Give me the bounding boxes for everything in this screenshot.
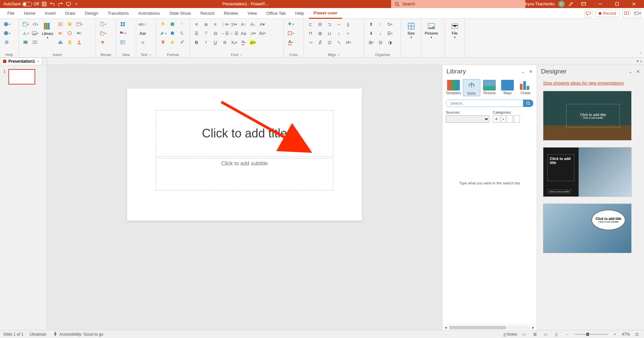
align-left-icon[interactable]: ≡ (193, 20, 201, 28)
reuse-paste-icon[interactable]: ▾ (99, 20, 107, 28)
format-tool1-icon[interactable] (168, 20, 176, 28)
tab-insert[interactable]: Insert (40, 8, 61, 19)
view-table-icon[interactable] (119, 38, 127, 46)
library-close-icon[interactable]: ✕ (529, 69, 533, 74)
align-center-icon[interactable]: ≣ (202, 20, 210, 28)
zoom-in-icon[interactable]: + (611, 331, 619, 337)
designer-idea-2[interactable]: Click to add title Click to add subtitle (543, 147, 632, 197)
font-launcher-icon[interactable]: ⤢ (240, 53, 243, 57)
bold-button[interactable]: B (193, 38, 201, 46)
tab-slideshow[interactable]: Slide Show (164, 8, 196, 19)
category-opt1-button[interactable] (507, 115, 513, 123)
slide[interactable]: Click to add title Click to add subtitle (127, 89, 362, 221)
lib-tab-charts[interactable]: Charts (517, 79, 534, 96)
font-shrink-icon[interactable]: A↓ (249, 20, 257, 28)
category-dropdown-icon[interactable]: ▾ (501, 115, 506, 123)
align-justify-icon[interactable]: ☰ (193, 29, 201, 37)
highlight-color-icon[interactable]: ab▾ (249, 38, 257, 46)
insert-table-icon[interactable] (56, 20, 64, 28)
selection-pane-icon[interactable]: ☰▾ (386, 29, 394, 37)
insert-progress-icon[interactable] (75, 29, 83, 37)
settings-icon[interactable] (3, 38, 11, 46)
ribbon-display-icon[interactable] (577, 0, 590, 8)
reading-view-icon[interactable]: ▭ (542, 331, 549, 337)
library-scrollbar[interactable]: ◀ ▶ (442, 325, 537, 330)
strikethrough-button[interactable]: S (221, 38, 229, 46)
insert-calendar-icon[interactable]: ▾ (75, 20, 83, 28)
scroll-left-icon[interactable]: ◀ (444, 326, 447, 329)
pictures-button[interactable]: Pictures▾ (424, 20, 439, 40)
bullets-icon[interactable]: ⋮≡▾ (221, 20, 229, 28)
align-obj-middle-icon[interactable]: ⊞ (316, 29, 324, 37)
text-check-icon[interactable]: abc✓ (139, 20, 147, 28)
tab-officetab[interactable]: Office Tab (262, 8, 290, 19)
numbering-icon[interactable]: 1≡▾ (230, 20, 238, 28)
insert-shapes-icon[interactable] (56, 29, 64, 37)
user-avatar[interactable]: IT (558, 1, 565, 7)
new-tab-button[interactable] (42, 58, 48, 65)
line-spacing-icon[interactable]: ↕≡▾ (249, 29, 257, 37)
italic-button[interactable]: I (202, 38, 210, 46)
rotate-icon[interactable]: ↻▾ (386, 20, 394, 28)
tab-transitions[interactable]: Transitions (103, 8, 133, 19)
lib-tab-templates[interactable]: Templates (445, 79, 462, 96)
group-icon[interactable]: ⊞▾ (367, 38, 375, 46)
doc-tab-close-icon[interactable]: × (37, 59, 39, 64)
tab-animations[interactable]: Animations (133, 8, 164, 19)
close-icon[interactable] (627, 0, 641, 8)
font-dropdown-icon[interactable]: A▾ (258, 20, 266, 28)
lib-tab-icons[interactable]: Icons (463, 79, 480, 96)
reuse-heart-icon[interactable] (99, 38, 107, 46)
qat-more-icon[interactable]: ▾ (74, 1, 79, 7)
present-mode-icon[interactable] (623, 9, 631, 17)
send-backward-icon[interactable]: ↓ (376, 29, 384, 37)
swap-icon[interactable]: ⇄▾ (344, 38, 352, 46)
space-v-icon[interactable]: = (344, 29, 352, 37)
file-button[interactable]: File▾ (447, 20, 462, 40)
highlight-icon[interactable]: ▾ (159, 29, 167, 37)
text-color-icon[interactable]: A▾ (239, 38, 248, 46)
insert-chart-icon[interactable]: ▾ (21, 29, 30, 37)
tab-help[interactable]: Help (290, 8, 309, 19)
align-obj-right-icon[interactable]: ⊐ (325, 20, 333, 28)
library-collapse-icon[interactable]: ⌄ (521, 69, 525, 74)
tab-design[interactable]: Design (80, 8, 103, 19)
autosave-toggle[interactable]: AutoSave Off (3, 2, 39, 6)
bring-forward-icon[interactable]: ↑ (376, 20, 384, 28)
insert-template-icon[interactable]: ▾ (21, 20, 30, 28)
status-language[interactable]: Ukrainian (30, 332, 47, 337)
align-obj-left-icon[interactable]: ⊏ (307, 20, 315, 28)
format-painter-icon[interactable] (159, 20, 167, 28)
zoom-out-icon[interactable]: − (564, 331, 571, 337)
insert-sticky-icon[interactable] (66, 20, 74, 28)
align-obj-top-icon[interactable]: ⊓ (307, 29, 315, 37)
tab-record[interactable]: Record (196, 8, 219, 19)
align-top-icon[interactable]: ⊤ (202, 29, 210, 37)
tab-dropdown-icon[interactable]: ▾ (637, 59, 639, 63)
text-launcher-icon[interactable]: ⤢ (149, 53, 152, 57)
lib-tab-maps[interactable]: Maps (499, 79, 516, 96)
scroll-right-icon[interactable]: ▶ (532, 326, 535, 329)
distribute-h-icon[interactable]: ⇿ (307, 38, 315, 46)
same-width-icon[interactable]: ↔ (335, 20, 343, 28)
fit-window-icon[interactable]: ⊡ (633, 331, 641, 337)
decrease-indent-icon[interactable]: ←☰ (230, 29, 238, 37)
bring-front-icon[interactable]: ⬆ (367, 20, 375, 28)
slideshow-view-icon[interactable]: ▯ (553, 331, 560, 337)
format-link-icon[interactable] (178, 29, 186, 37)
comments-icon[interactable] (584, 9, 592, 17)
text-case-icon[interactable]: Aa▾ (139, 29, 147, 37)
snap-icon[interactable]: ⊡ (325, 38, 333, 46)
undo-icon[interactable] (50, 1, 55, 7)
format-tool3-icon[interactable] (168, 38, 176, 46)
category-opt2-button[interactable] (514, 115, 520, 123)
add-category-button[interactable]: + (493, 115, 500, 123)
view-flag-icon[interactable]: ▾ (119, 29, 127, 37)
font-size-icon[interactable]: Aa (239, 29, 248, 37)
designer-collapse-icon[interactable]: ⌄ (629, 69, 632, 74)
redo-icon[interactable] (58, 1, 63, 7)
reuse-copy-icon[interactable]: ▾ (99, 29, 107, 37)
info-icon[interactable]: i▾ (3, 29, 11, 37)
format-tool2-icon[interactable] (168, 29, 176, 37)
tab-poweruser[interactable]: Power-user (309, 8, 342, 19)
